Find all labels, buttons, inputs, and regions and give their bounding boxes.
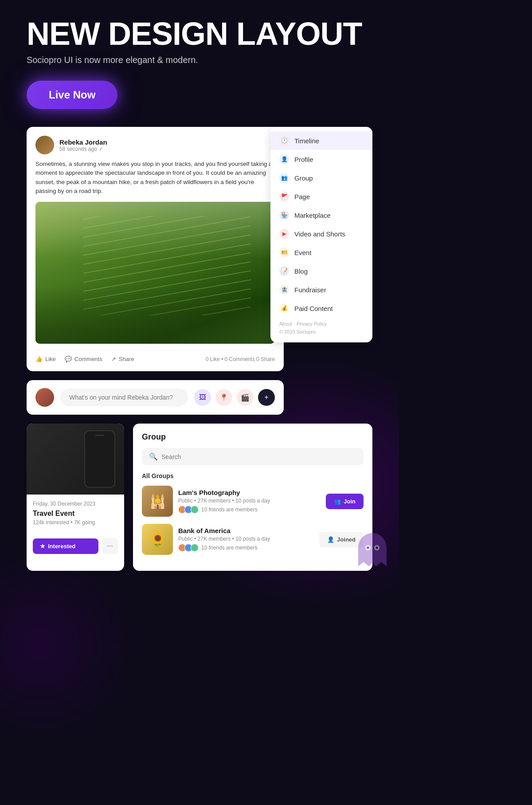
- group-search-box[interactable]: 🔍: [142, 448, 364, 465]
- group-info: Bank of America Public • 27K members • 1…: [178, 527, 314, 552]
- hero-title: NEW DESIGN LAYOUT: [27, 18, 372, 50]
- sidebar-item-label: Timeline: [294, 137, 319, 145]
- friend-avatars: [178, 506, 199, 514]
- about-link[interactable]: About: [279, 321, 292, 326]
- group-section-title: Group: [142, 432, 364, 442]
- group-item: Bank of America Public • 27K members • 1…: [142, 524, 364, 555]
- marketplace-icon: 🏪: [279, 210, 289, 220]
- sidebar-item-label: Event: [294, 249, 311, 256]
- plus-icon: +: [264, 393, 268, 401]
- interested-button[interactable]: ★ Interested: [33, 538, 98, 554]
- group-item: Lam's Photography Public • 27K members •…: [142, 486, 364, 517]
- author-avatar: [35, 136, 54, 154]
- event-info: Friday, 30 December 2023 Travel Event 12…: [27, 495, 124, 538]
- timeline-icon: 🕐: [279, 136, 289, 145]
- video-icon: 🎬: [241, 393, 250, 402]
- sidebar-item-group[interactable]: 👥 Group: [270, 169, 372, 187]
- user-avatar: [35, 388, 54, 407]
- group-icon: 👥: [279, 173, 289, 183]
- group-friends: 10 friends are members: [178, 506, 321, 514]
- hero-section: NEW DESIGN LAYOUT Sociopro UI is now mor…: [27, 18, 372, 127]
- event-card: Friday, 30 December 2023 Travel Event 12…: [27, 424, 124, 571]
- live-now-button[interactable]: Live Now: [27, 81, 117, 109]
- sidebar-item-label: Blog: [294, 267, 308, 275]
- group-info: Lam's Photography Public • 27K members •…: [178, 489, 321, 514]
- sidebar-item-event[interactable]: 🎫 Event: [270, 243, 372, 262]
- event-title: Travel Event: [33, 510, 118, 518]
- sidebar-item-label: Video and Shorts: [294, 230, 345, 238]
- fundraiser-icon: 🏦: [279, 285, 289, 295]
- group-search-input[interactable]: [161, 453, 356, 460]
- nav-sidebar: 🕐 Timeline 👤 Profile 👥 Group: [270, 127, 372, 342]
- all-groups-label: All Groups: [142, 472, 364, 479]
- phone-mockup: [84, 430, 115, 488]
- friend-avatar: [191, 506, 199, 514]
- like-button[interactable]: 👍 Like: [35, 356, 56, 362]
- event-stats: 124k interested • 7K going: [33, 519, 118, 526]
- group-meta: Public • 27K members • 10 posts a day: [178, 498, 321, 504]
- create-post-input[interactable]: [60, 389, 188, 406]
- more-button[interactable]: +: [258, 389, 275, 406]
- photo-icon: 🖼: [199, 393, 206, 401]
- main-area: Rebeka Jordan 58 seconds ago ✓ Sometimes…: [27, 127, 372, 571]
- like-icon: 👍: [35, 356, 43, 362]
- event-image: [27, 424, 124, 495]
- group-meta: Public • 27K members • 10 posts a day: [178, 536, 314, 542]
- friend-avatar: [191, 544, 199, 552]
- group-section: Group 🔍 All Groups Lam's Photography Pub…: [133, 424, 372, 571]
- video-icon: ▶: [279, 229, 289, 239]
- post-actions: 👍 Like 💬 Comments ↗ Share 0 Like • 0 Com…: [35, 350, 275, 362]
- svg-point-2: [367, 546, 369, 549]
- privacy-link[interactable]: Privacy Policy: [297, 321, 327, 326]
- sidebar-item-label: Profile: [294, 156, 313, 163]
- dots-icon: ···: [107, 542, 113, 550]
- sidebar-item-blog[interactable]: 📝 Blog: [270, 262, 372, 280]
- sidebar-item-profile[interactable]: 👤 Profile: [270, 150, 372, 169]
- svg-point-3: [376, 546, 378, 549]
- sidebar-item-label: Paid Content: [294, 305, 333, 312]
- video-button[interactable]: 🎬: [237, 389, 254, 406]
- post-time: 58 seconds ago ✓: [59, 146, 275, 152]
- nav-copyright: © 2023 Sociopro: [270, 328, 372, 338]
- event-date: Friday, 30 December 2023: [33, 501, 118, 507]
- sidebar-item-label: Fundraiser: [294, 286, 326, 294]
- sidebar-item-page[interactable]: 🚩 Page: [270, 187, 372, 206]
- share-button[interactable]: ↗ Share: [111, 356, 134, 362]
- ghost-decoration: [355, 531, 390, 571]
- blog-icon: 📝: [279, 266, 289, 276]
- sidebar-item-video[interactable]: ▶ Video and Shorts: [270, 224, 372, 243]
- sidebar-item-label: Group: [294, 174, 313, 182]
- join-icon: 👥: [334, 498, 341, 505]
- nav-footer: About Privacy Policy: [270, 318, 372, 328]
- join-button[interactable]: 👥 Join: [326, 494, 364, 509]
- post-text: Sometimes, a stunning view makes you sto…: [35, 160, 275, 196]
- sidebar-item-paid-content[interactable]: 💰 Paid Content: [270, 299, 372, 318]
- location-icon: 📍: [219, 393, 228, 402]
- post-author: Rebeka Jordan: [59, 138, 275, 146]
- action-buttons: 👍 Like 💬 Comments ↗ Share: [35, 356, 134, 362]
- group-thumbnail: [142, 524, 173, 555]
- event-icon: 🎫: [279, 247, 289, 257]
- post-meta: Rebeka Jordan 58 seconds ago ✓: [59, 138, 275, 152]
- comments-button[interactable]: 💬 Comments: [65, 356, 102, 362]
- hero-subtitle: Sociopro UI is now more elegant & modern…: [27, 55, 372, 65]
- comment-icon: 💬: [65, 356, 72, 362]
- sidebar-item-label: Page: [294, 193, 310, 200]
- group-thumbnail: [142, 486, 173, 517]
- group-name: Lam's Photography: [178, 489, 321, 496]
- star-icon: ★: [40, 543, 45, 550]
- location-button[interactable]: 📍: [215, 389, 232, 406]
- paid-content-icon: 💰: [279, 303, 289, 313]
- sidebar-item-marketplace[interactable]: 🏪 Marketplace: [270, 206, 372, 224]
- sidebar-item-fundraiser[interactable]: 🏦 Fundraiser: [270, 280, 372, 299]
- share-icon: ↗: [111, 356, 116, 362]
- sidebar-item-timeline[interactable]: 🕐 Timeline: [270, 131, 372, 150]
- photo-button[interactable]: 🖼: [194, 389, 211, 406]
- profile-icon: 👤: [279, 154, 289, 164]
- post-image: [35, 202, 275, 344]
- group-friends: 10 friends are members: [178, 544, 314, 552]
- terraces-visual: [35, 202, 275, 344]
- create-actions: 🖼 📍 🎬 +: [194, 389, 275, 406]
- post-header: Rebeka Jordan 58 seconds ago ✓: [35, 136, 275, 154]
- event-more-button[interactable]: ···: [102, 538, 118, 554]
